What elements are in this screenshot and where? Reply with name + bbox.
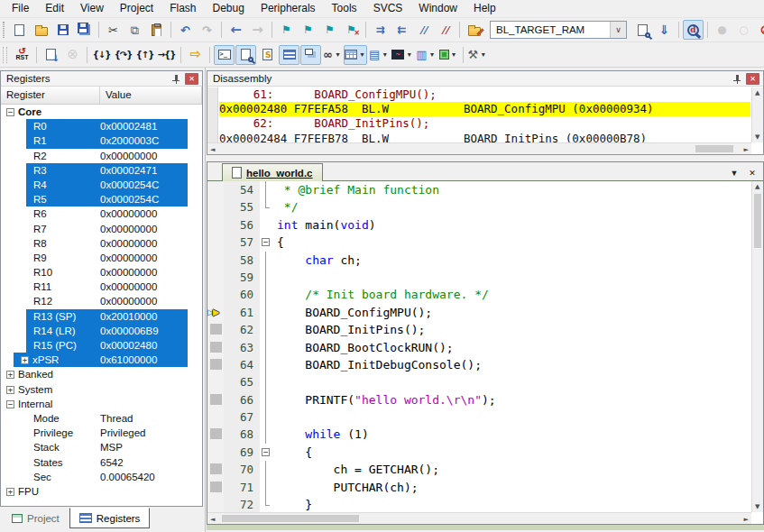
- watch-windows-button[interactable]: ∞▾: [322, 45, 343, 65]
- register-row-r0[interactable]: R00x00002481: [1, 119, 202, 133]
- scroll-right-icon[interactable]: ►: [744, 146, 749, 153]
- code-text[interactable]: int main(void): [272, 216, 751, 234]
- scroll-up-icon[interactable]: ▲: [755, 183, 759, 190]
- reset-button[interactable]: ↺RST: [12, 45, 32, 65]
- expand-icon[interactable]: +: [21, 356, 29, 364]
- code-text[interactable]: [272, 269, 751, 286]
- run-to-cursor-button[interactable]: →{}: [156, 45, 177, 65]
- system-viewer-button[interactable]: ▾: [438, 45, 459, 65]
- breakpoint-margin[interactable]: ▷▶: [207, 304, 224, 321]
- undo-button[interactable]: ↶: [175, 20, 196, 40]
- breakpoint-margin[interactable]: [207, 269, 224, 286]
- register-row-r4[interactable]: R40x0000254C: [1, 178, 202, 192]
- breakpoint-margin[interactable]: [207, 444, 224, 461]
- indent-button[interactable]: ⇉: [370, 20, 391, 40]
- expand-icon[interactable]: +: [6, 488, 14, 496]
- toolbox-button[interactable]: ⚒▾: [467, 45, 489, 65]
- breakpoint-margin[interactable]: [207, 391, 224, 408]
- register-row-r9[interactable]: R90x00000000: [1, 251, 202, 265]
- pin-icon[interactable]: [732, 74, 741, 84]
- register-row-privilege[interactable]: PrivilegePrivileged: [1, 426, 202, 440]
- code-text[interactable]: BOARD_BootClockRUN();: [272, 339, 751, 356]
- command-window-button[interactable]: >_: [214, 45, 235, 65]
- register-row-r5[interactable]: R50x0000254C: [1, 192, 202, 206]
- dropdown-arrow-icon[interactable]: ▾: [358, 50, 366, 59]
- expand-icon[interactable]: +: [6, 371, 14, 379]
- tab-hello-world-c[interactable]: hello_world.c: [222, 163, 323, 181]
- menu-item-project[interactable]: Project: [112, 0, 161, 17]
- register-row-xpsr[interactable]: +xPSR0x61000000: [1, 353, 202, 367]
- register-row-core[interactable]: −Core: [1, 105, 202, 119]
- target-select-dropdown-icon[interactable]: ∨: [610, 22, 626, 38]
- register-row-r7[interactable]: R70x00000000: [1, 222, 202, 236]
- save-button[interactable]: [52, 20, 73, 40]
- prev-bookmark-button[interactable]: ⚑: [319, 20, 340, 40]
- toggle-bookmark-button[interactable]: ⚑: [276, 20, 297, 40]
- breakpoint-margin[interactable]: [207, 461, 224, 478]
- dropdown-arrow-icon[interactable]: ▾: [450, 50, 458, 59]
- save-all-button[interactable]: [74, 20, 95, 40]
- collapse-icon[interactable]: −: [6, 400, 14, 408]
- register-row-r12[interactable]: R120x00000000: [1, 294, 202, 308]
- step-over-button[interactable]: {↷}: [113, 45, 133, 65]
- menu-item-help[interactable]: Help: [465, 0, 504, 17]
- breakpoint-margin[interactable]: [207, 356, 224, 373]
- code-text[interactable]: while (1): [272, 426, 751, 443]
- register-row-internal[interactable]: −Internal: [1, 397, 202, 411]
- registers-window-button[interactable]: [279, 45, 299, 65]
- breakpoint-margin[interactable]: [207, 373, 224, 390]
- register-row-r6[interactable]: R60x00000000: [1, 206, 202, 221]
- menu-item-edit[interactable]: Edit: [37, 0, 72, 17]
- code-text[interactable]: BOARD_InitPins();: [272, 321, 751, 338]
- menu-item-file[interactable]: File: [4, 0, 37, 17]
- close-icon[interactable]: ✕: [185, 73, 198, 85]
- fold-collapse-icon[interactable]: −: [262, 238, 270, 246]
- breakpoint-margin[interactable]: [207, 339, 224, 356]
- register-row-states[interactable]: States6542: [1, 455, 202, 470]
- menu-item-peripherals[interactable]: Peripherals: [253, 0, 324, 17]
- serial-windows-button[interactable]: ▤▾: [368, 45, 390, 65]
- breakpoint-margin[interactable]: [207, 234, 224, 251]
- breakpoint-margin[interactable]: [207, 198, 224, 216]
- disassembly-line-0[interactable]: 61: BOARD_ConfigMPU();: [219, 87, 750, 102]
- register-row-r11[interactable]: R110x00000000: [1, 280, 202, 294]
- code-text[interactable]: ch = GETCHAR();: [272, 461, 751, 478]
- options-for-target-button[interactable]: [464, 20, 484, 40]
- column-header-register[interactable]: Register: [1, 87, 100, 104]
- next-bookmark-button[interactable]: ⚑: [298, 20, 318, 40]
- breakpoint-margin[interactable]: [207, 216, 224, 234]
- scrollbar-thumb[interactable]: [222, 515, 359, 522]
- debug-session-button[interactable]: d: [683, 20, 704, 40]
- code-text[interactable]: [272, 373, 751, 390]
- breakpoint-margin[interactable]: [207, 496, 224, 512]
- expand-icon[interactable]: +: [6, 386, 14, 394]
- code-text[interactable]: [272, 408, 751, 426]
- disassembly-vscrollbar[interactable]: ▲ ▼: [751, 87, 763, 142]
- editor-close-icon[interactable]: ✕: [745, 166, 759, 180]
- unindent-button[interactable]: ⇇: [391, 20, 412, 40]
- load-application-button[interactable]: ⇓: [654, 20, 675, 40]
- menu-item-debug[interactable]: Debug: [205, 0, 253, 17]
- dock-tab-project[interactable]: Project: [2, 508, 69, 528]
- disassembly-current-line[interactable]: 0x00002480 F7FEFA58 BL.W BOARD_ConfigMPU…: [219, 102, 750, 116]
- scroll-down-icon[interactable]: ▼: [755, 133, 759, 141]
- register-row-mode[interactable]: ModeThread: [1, 411, 202, 426]
- scroll-right-icon[interactable]: ►: [744, 516, 749, 523]
- breakpoint-margin[interactable]: [207, 321, 224, 338]
- dropdown-arrow-icon[interactable]: ▾: [428, 50, 437, 59]
- code-text[interactable]: BOARD_InitDebugConsole();: [272, 356, 751, 373]
- find-in-files-button[interactable]: [632, 20, 653, 40]
- disassembly-line-3[interactable]: 0x00002484 F7FEFB78 BL.W BOARD_InitPins …: [219, 132, 750, 142]
- register-row-banked[interactable]: +Banked: [1, 367, 202, 381]
- copy-button[interactable]: ⧉: [124, 20, 145, 40]
- code-text[interactable]: }: [272, 496, 751, 512]
- clear-bookmarks-button[interactable]: ⚑×: [341, 20, 362, 40]
- step-out-button[interactable]: {↑}: [134, 45, 155, 65]
- symbols-window-button[interactable]: S: [257, 45, 278, 65]
- breakpoint-margin[interactable]: [207, 252, 224, 269]
- breakpoint-margin[interactable]: [207, 286, 224, 303]
- fold-margin[interactable]: −: [260, 234, 272, 251]
- dropdown-arrow-icon[interactable]: ▾: [405, 50, 413, 59]
- trace-windows-button[interactable]: ▥▾: [415, 45, 437, 65]
- code-text[interactable]: BOARD_ConfigMPU();: [272, 304, 751, 321]
